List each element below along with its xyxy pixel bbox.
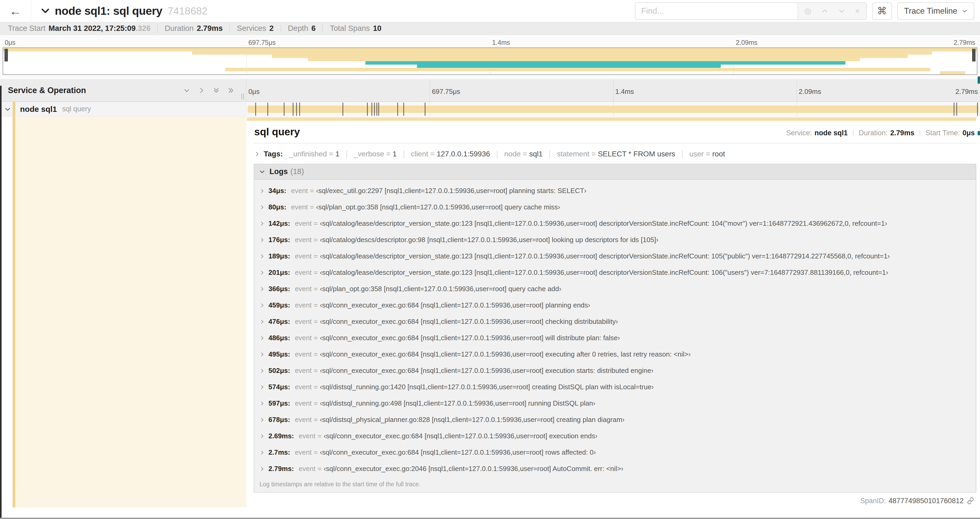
log-row[interactable]: 678μs:event=‹sql/distsql_physical_planne… [254,412,976,428]
tag-separator [497,150,497,158]
log-field-value: ‹sql/catalog/lease/descriptor_version_st… [320,219,887,228]
log-row[interactable]: 574μs:event=‹sql/distsql_running.go:1420… [254,379,976,395]
log-row[interactable]: 597μs:event=‹sql/distsql_running.go:498 … [254,395,976,412]
detail-row-span-bar[interactable] [247,117,976,121]
minimap-right-drag-handle[interactable] [972,49,975,61]
start-time-value: 0μs [963,129,975,137]
detail-right-column: sql query Service: node sql1 Duration: 2… [246,117,980,508]
tags-chevron-right-icon[interactable] [254,151,260,157]
tag-value: 1 [336,150,340,158]
tag-separator [404,150,404,158]
log-row[interactable]: 2.7ms:event=‹sql/conn_executor_exec.go:6… [254,444,976,461]
right-scrollbar-mark[interactable] [978,77,980,84]
log-marker [284,102,285,116]
collapse-all-double-chevron-down-icon[interactable] [213,87,220,94]
timeline-column-header: Service & Operation 0μs697.75μs1.4ms2.09… [0,79,980,102]
log-field-key: event [299,465,316,473]
logs-header[interactable]: Logs (18) [254,164,976,180]
summary-label: Total Spans [330,24,370,33]
close-icon[interactable]: × [855,6,860,16]
minimap-left-drag-handle[interactable] [5,49,8,61]
log-equals: = [314,399,318,407]
find-input[interactable] [635,3,797,19]
logs-chevron-down-icon[interactable] [259,169,265,175]
timeline-minimap: 0μs697.75μs1.4ms2.09ms2.79ms [0,35,980,79]
arrow-left-icon: ← [10,4,22,18]
log-row[interactable]: 459μs:event=‹sql/conn_executor_exec.go:6… [254,297,976,313]
chevron-right-icon [259,434,265,439]
locate-icon[interactable]: ◎ [804,6,811,16]
tag-key: client [411,150,428,158]
keyboard-shortcuts-button[interactable]: ⌘ [872,2,892,20]
log-row[interactable]: 502μs:event=‹sql/conn_executor_exec.go:6… [254,363,976,379]
chevron-right-icon [259,286,265,292]
log-field-key: event [295,236,312,244]
chevron-right-icon [259,352,265,357]
log-timestamp: 142μs: [269,219,290,228]
column-resizer-grip[interactable] [241,94,244,99]
log-field-key: event [299,432,316,440]
span-duration-bar[interactable] [248,105,979,113]
log-row[interactable]: 176μs:event=‹sql/catalog/descs/descripto… [254,232,976,248]
log-row[interactable]: 476μs:event=‹sql/conn_executor_exec.go:6… [254,313,976,330]
timeline-tick-label: 2.09ms [736,39,757,46]
log-row[interactable]: 142μs:event=‹sql/catalog/lease/descripto… [254,216,976,232]
log-row[interactable]: 34μs:event=‹sql/exec_util.go:2297 [nsql1… [254,183,976,199]
log-row[interactable]: 189μs:event=‹sql/catalog/lease/descripto… [254,248,976,265]
deep-link-icon[interactable] [967,497,974,505]
log-timestamp: 189μs: [269,252,290,260]
tag-item: _verbose=1 [354,150,397,158]
minimap-canvas[interactable] [3,48,977,75]
summary-separator [157,25,158,32]
log-field-key: event [295,318,312,326]
chevron-right-icon [259,319,265,324]
expand-all-double-chevron-right-icon[interactable] [228,87,234,94]
right-scrollbar-mark[interactable] [978,131,980,135]
trace-collapse-chevron-down-icon[interactable] [40,6,51,16]
summary-separator [229,25,230,32]
log-row[interactable]: 2.69ms:event=‹sql/conn_executor_exec.go:… [254,428,976,444]
span-row-timeline-cell[interactable] [246,102,980,116]
log-row[interactable]: 80μs:event=‹sql/plan_opt.go:358 [nsql1,c… [254,199,976,216]
left-edge-scrollbar[interactable] [0,86,2,519]
span-row-name-cell[interactable]: node sql1 sql query [0,102,246,116]
duration-value: 2.79ms [890,129,915,137]
collapse-one-chevron-down-icon[interactable] [183,87,190,94]
log-row[interactable]: 201μs:event=‹sql/catalog/lease/descripto… [254,265,976,281]
view-selector-button[interactable]: Trace Timeline [897,2,974,20]
log-marker [374,102,375,116]
log-row[interactable]: 486μs:event=‹sql/conn_executor_exec.go:6… [254,330,976,346]
tag-key: statement [557,150,589,158]
chevron-up-icon[interactable] [821,8,828,14]
tag-key: _verbose [354,150,384,158]
tag-equals: = [592,150,596,158]
log-row[interactable]: 366μs:event=‹sql/plan_opt.go:358 [nsql1,… [254,281,976,297]
span-children-chevron-down-icon[interactable] [4,106,11,113]
span-detail-header: sql query Service: node sql1 Duration: 2… [254,121,976,144]
log-row[interactable]: 495μs:event=‹sql/conn_executor_exec.go:6… [254,346,976,363]
logs-count: (18) [290,167,304,176]
log-timestamp: 574μs: [269,383,290,391]
span-id-row: SpanID: 4877749850101760812 [254,493,976,505]
log-timestamp: 495μs: [269,350,290,358]
summary-value: 2 [269,24,274,33]
tag-equals: = [329,150,333,158]
minimap-span-bar [3,48,977,51]
log-marker [403,102,404,116]
timeline-gridline [613,79,614,102]
log-equals: = [314,252,318,260]
back-button[interactable]: ← [0,0,31,22]
log-marker [293,102,293,116]
log-row[interactable]: 2.79ms:event=‹sql/conn_executor_exec.go:… [254,461,976,477]
expand-one-chevron-right-icon[interactable] [198,87,205,94]
log-marker [342,102,343,116]
span-row[interactable]: node sql1 sql query [0,102,980,117]
chevron-right-icon [259,221,265,226]
tags-row[interactable]: Tags: _unfinished=1_verbose=1client=127.… [254,144,976,163]
log-timestamp: 597μs: [269,399,290,407]
service-label: Service: [786,129,812,137]
log-field-value: ‹sql/distsql_physical_planner.go:828 [ns… [320,416,624,424]
detail-left-column [0,117,246,508]
log-marker [296,102,297,116]
chevron-down-icon[interactable] [838,8,845,14]
